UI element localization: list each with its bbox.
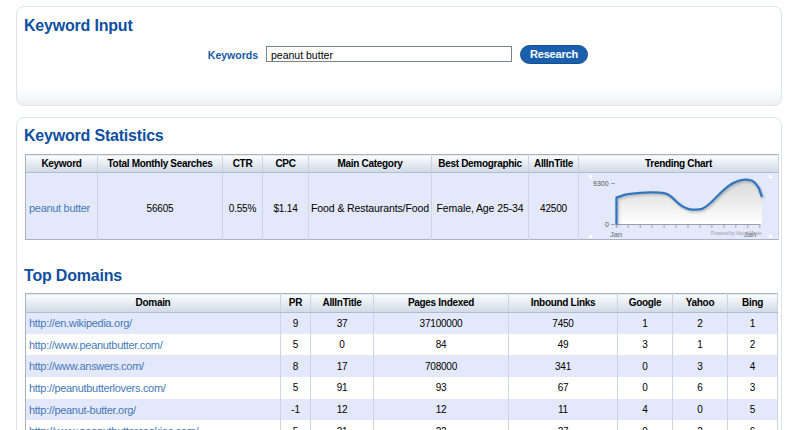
svg-text:Powered by Visual Moxie: Powered by Visual Moxie	[711, 231, 762, 236]
svg-text:Jan: Jan	[610, 230, 622, 239]
svg-text:9300: 9300	[593, 180, 609, 187]
svg-text:0: 0	[605, 221, 609, 228]
